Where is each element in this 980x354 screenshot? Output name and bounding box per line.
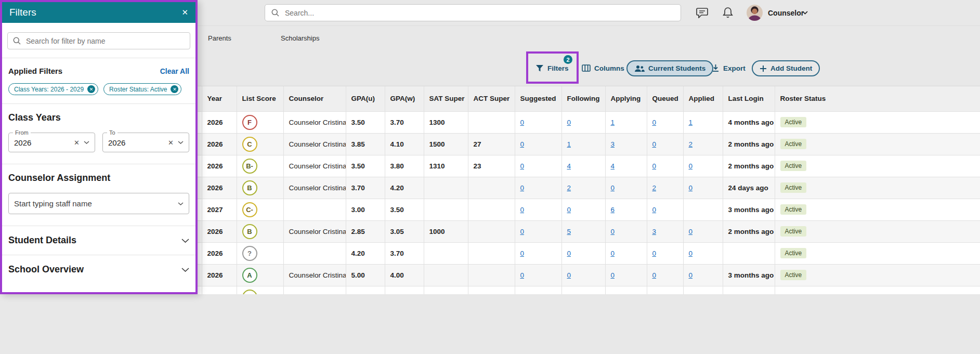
applying-count-link[interactable]: 1 [611,119,615,126]
queued-count-link[interactable]: 0 [652,271,657,279]
class-year-from-select[interactable]: From 2026 ✕ [8,133,95,152]
column-header[interactable]: GPA(w) [385,86,424,111]
student-row[interactable]: 2026 B Counselor Cristina 2.85 3.05 1000… [172,220,980,242]
queued-count-link[interactable]: 2 [652,184,657,192]
suggested-count-link[interactable]: 0 [520,140,525,148]
chevron-down-icon[interactable] [802,11,808,15]
remove-chip-icon[interactable]: ✕ [87,85,95,93]
queued-count-link[interactable]: 0 [652,162,657,170]
nav-item-scholarships[interactable]: Scholarships [281,34,319,42]
column-header[interactable]: Applying [605,86,647,111]
suggested-count-link[interactable]: 0 [520,119,525,126]
queued-count-link[interactable]: 3 [652,228,657,235]
student-row[interactable]: 2026 ? 4.20 3.70 0 0 0 0 0 [172,242,980,264]
columns-button[interactable]: Columns [582,60,624,76]
nav-item-parents[interactable]: Parents [208,34,231,42]
roster-status-badge: Active [780,117,807,127]
gpa-weighted-cell: 4.00 [385,264,424,286]
applied-count-link[interactable]: 2 [689,140,693,148]
applied-count-link[interactable]: 1 [689,119,693,126]
filter-search-input[interactable] [25,36,185,46]
following-count-link[interactable]: 2 [567,184,571,192]
applied-count-link[interactable]: 0 [689,228,693,235]
applying-count-link[interactable]: 6 [611,206,615,214]
suggested-count-link[interactable]: 0 [520,184,525,192]
staff-name-select[interactable]: Start typing staff name [8,193,189,214]
following-count-link[interactable]: 0 [567,271,571,279]
following-count-link[interactable]: 5 [567,228,571,235]
queued-count-link[interactable]: 0 [652,250,657,257]
remove-chip-icon[interactable]: ✕ [171,85,178,93]
global-search[interactable] [265,4,681,21]
filter-chip[interactable]: Class Years: 2026 - 2029 ✕ [8,83,98,95]
applying-count-link[interactable]: 0 [611,271,615,279]
export-button[interactable]: Export [712,60,746,76]
applying-count-link[interactable]: 0 [611,250,615,257]
applying-count-link[interactable]: 4 [611,162,615,170]
student-row[interactable]: 2026 B Counselor Cristina 3.70 4.20 0 2 … [172,177,980,199]
applied-count-link[interactable]: 0 [689,250,693,257]
applied-filters-section: Applied Filters Clear All Class Years: 2… [2,58,195,103]
queued-cell: 2 [647,177,683,199]
applying-count-link[interactable]: 0 [611,228,615,235]
student-details-section[interactable]: Student Details [2,226,195,255]
following-count-link[interactable]: 0 [567,250,571,257]
applying-count-link[interactable]: 3 [611,140,615,148]
student-row[interactable]: 2027 C- 3.00 3.50 0 0 6 0 [172,199,980,220]
applied-count-link[interactable]: 0 [689,184,693,192]
column-header[interactable]: Applied [683,86,723,111]
student-row[interactable] [172,286,980,294]
notifications-icon[interactable] [723,7,733,19]
queued-count-link[interactable]: 0 [652,119,657,126]
applying-count-link[interactable]: 0 [611,184,615,192]
column-header[interactable]: Counselor [283,86,346,111]
following-count-link[interactable]: 1 [567,140,571,148]
student-row[interactable]: 2026 C Counselor Cristina 3.85 4.10 1500… [172,133,980,155]
column-header[interactable]: List Score [237,86,283,111]
suggested-count-link[interactable]: 0 [520,162,525,170]
queued-count-link[interactable]: 0 [652,140,657,148]
clear-all-button[interactable]: Clear All [160,67,189,75]
student-row[interactable]: 2026 A Counselor Cristina 5.00 4.00 0 0 … [172,264,980,286]
filters-panel: Filters ✕ Applied Filters Clear All Clas… [0,0,198,294]
global-search-input[interactable] [284,8,674,18]
column-header[interactable]: GPA(u) [346,86,385,111]
user-avatar[interactable] [747,5,763,21]
applied-count-link[interactable]: 0 [689,271,693,279]
column-header[interactable]: Last Login [723,86,775,111]
column-header[interactable]: Following [561,86,605,111]
school-overview-section[interactable]: School Overview [2,255,195,284]
following-count-link[interactable]: 0 [567,119,571,126]
column-header[interactable]: Suggested [515,86,561,111]
column-header[interactable]: Queued [647,86,683,111]
clear-icon[interactable]: ✕ [168,139,174,147]
chevron-down-icon[interactable] [84,141,89,144]
chevron-down-icon[interactable] [178,141,184,144]
filter-chip[interactable]: Roster Status: Active ✕ [103,83,181,95]
following-count-link[interactable]: 0 [567,206,571,214]
filter-chip-label: Class Years: 2026 - 2029 [14,86,84,93]
close-icon[interactable]: ✕ [181,8,188,17]
list-score-cell [237,286,283,294]
messages-icon[interactable] [696,7,709,18]
suggested-count-link[interactable]: 0 [520,206,525,214]
suggested-count-link[interactable]: 0 [520,250,525,257]
column-header[interactable]: ACT Super [468,86,515,111]
column-header[interactable]: Roster Status [775,86,980,111]
column-header[interactable]: SAT Super [424,86,468,111]
queued-count-link[interactable]: 0 [652,206,657,214]
user-menu-label[interactable]: Counselor [768,9,804,17]
student-row[interactable]: 2026 B- Counselor Cristina 3.50 3.80 131… [172,155,980,177]
clear-icon[interactable]: ✕ [74,139,80,147]
current-students-button[interactable]: Current Students [626,60,713,76]
student-row[interactable]: 2026 F Counselor Cristina 3.50 3.70 1300… [172,111,980,133]
filter-search[interactable] [7,32,190,49]
chevron-down-icon[interactable] [178,202,184,205]
following-count-link[interactable]: 4 [567,162,571,170]
applied-count-link[interactable]: 0 [689,162,693,170]
add-student-button[interactable]: Add Student [752,60,820,76]
suggested-count-link[interactable]: 0 [520,271,525,279]
class-year-to-select[interactable]: To 2026 ✕ [102,133,189,152]
suggested-count-link[interactable]: 0 [520,228,525,235]
column-header[interactable]: Year [202,86,237,111]
